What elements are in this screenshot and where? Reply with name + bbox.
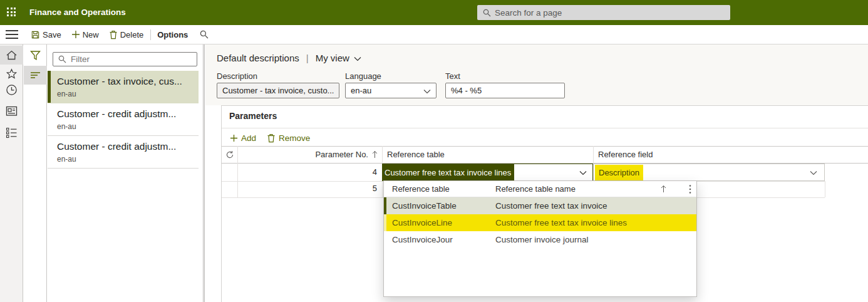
filter-placeholder: Filter (71, 55, 90, 64)
reference-field-value: Description (595, 165, 643, 180)
parameters-title: Parameters (229, 111, 277, 121)
description-field[interactable]: Customer - tax invoice, custo... (217, 83, 339, 98)
column-header-reference-field[interactable]: Reference field (598, 146, 653, 164)
reference-table-combobox[interactable]: Customer free text tax invoice lines (382, 164, 593, 181)
list-item[interactable]: Customer - credit adjustm... en-au (48, 103, 199, 136)
sort-ascending-icon[interactable] (660, 185, 667, 193)
refresh-icon[interactable] (222, 146, 237, 164)
cell-parameter-no[interactable]: 5 (237, 180, 377, 197)
save-icon (31, 30, 40, 39)
app-top-bar: Finance and Operations Search for a page (0, 0, 868, 25)
app-title: Finance and Operations (29, 0, 126, 25)
language-label: Language (345, 71, 437, 81)
add-button[interactable]: Add (230, 133, 256, 143)
home-icon[interactable] (6, 49, 18, 61)
modules-list-icon[interactable] (6, 127, 18, 138)
chevron-down-icon (423, 89, 431, 94)
trash-icon (267, 133, 276, 143)
reference-table-lookup-flyout: Reference table Reference table name Cus… (383, 180, 697, 297)
sort-ascending-icon (371, 150, 378, 159)
search-icon (483, 9, 491, 17)
view-selector[interactable]: My view (316, 53, 349, 63)
action-bar: Save New Delete Options (0, 25, 868, 44)
column-header-parameter-no[interactable]: Parameter No. (237, 146, 382, 164)
page-search-placeholder: Search for a page (495, 8, 562, 18)
cell-parameter-no[interactable]: 4 (237, 164, 377, 181)
chevron-down-icon[interactable] (354, 56, 361, 61)
lookup-row[interactable]: CustInvoiceLine Customer free text tax i… (384, 214, 696, 231)
plus-icon (230, 134, 238, 142)
text-label: Text (445, 71, 565, 81)
new-button[interactable]: New (71, 30, 99, 39)
remove-button[interactable]: Remove (267, 133, 310, 143)
toolbar-divider (150, 29, 151, 40)
combobox-selected-text: Customer free text tax invoice lines (383, 164, 514, 180)
options-button[interactable]: Options (157, 30, 188, 39)
funnel-filter-icon[interactable] (30, 50, 41, 61)
list-filter-input[interactable]: Filter (53, 52, 197, 66)
kebab-menu-icon[interactable] (689, 184, 691, 194)
description-label: Description (217, 71, 339, 81)
trash-icon (109, 30, 118, 39)
sort-lines-icon (30, 71, 41, 80)
page-search-input[interactable]: Search for a page (477, 5, 730, 20)
list-item[interactable]: Customer - credit adjustm... en-au (48, 136, 199, 169)
title-separator: | (306, 53, 309, 63)
chevron-down-icon[interactable] (579, 170, 587, 175)
chevron-down-icon[interactable] (810, 170, 817, 175)
filter-column (24, 44, 47, 302)
workspaces-icon[interactable] (6, 106, 18, 117)
recent-clock-icon[interactable] (6, 84, 18, 96)
search-icon (58, 55, 66, 63)
page-title: Default descriptions (217, 53, 299, 63)
lookup-col-reference-table-name[interactable]: Reference table name (495, 181, 576, 197)
text-field[interactable]: %4 - %5 (445, 83, 565, 98)
list-item[interactable]: Customer - tax invoice, cus... en-au (48, 71, 199, 103)
left-nav-strip (0, 44, 23, 302)
hamburger-menu-button[interactable] (6, 30, 18, 39)
language-select[interactable]: en-au (345, 83, 437, 98)
column-header-reference-table[interactable]: Reference table (387, 146, 445, 164)
lookup-col-reference-table[interactable]: Reference table (392, 181, 450, 197)
delete-button[interactable]: Delete (109, 30, 144, 39)
plus-icon (71, 30, 80, 39)
reference-field-cell[interactable]: Description (593, 164, 825, 181)
favorites-star-icon[interactable] (6, 68, 18, 80)
lookup-row[interactable]: CustInvoiceJour Customer invoice journal (384, 231, 696, 248)
save-button[interactable]: Save (31, 30, 61, 39)
record-list-panel: Filter Customer - tax invoice, cus... en… (48, 44, 204, 302)
actionbar-search-icon[interactable] (200, 30, 209, 39)
waffle-icon[interactable] (7, 8, 17, 18)
lookup-row[interactable]: CustInvoiceTable Customer free text tax … (384, 197, 696, 214)
section-rule (222, 128, 868, 128)
lookup-header-row: Reference table Reference table name (384, 181, 696, 197)
